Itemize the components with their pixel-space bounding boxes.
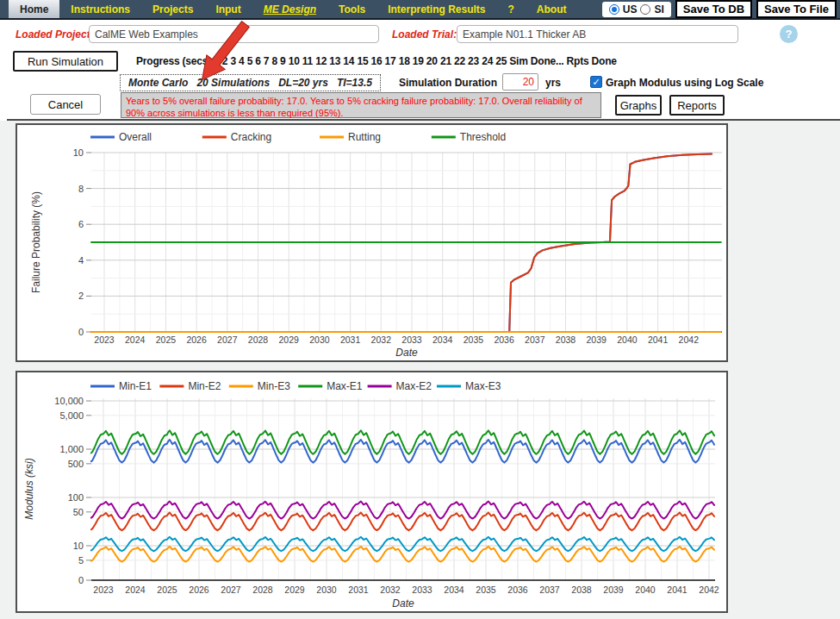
svg-text:10,000: 10,000 (54, 396, 84, 406)
svg-text:1,000: 1,000 (59, 444, 84, 454)
simulation-duration-input[interactable] (502, 73, 538, 91)
legend-item-Min-E1: Min-E1 (90, 380, 152, 392)
legend-item-Max-E2: Max-E2 (368, 380, 432, 392)
svg-text:2025: 2025 (156, 335, 177, 345)
cancel-button[interactable]: Cancel (30, 94, 101, 115)
svg-text:2035: 2035 (476, 585, 496, 595)
mc-design-life: DL=20 yrs (278, 77, 328, 89)
mc-simulations: 20 Simulations (196, 77, 270, 89)
log-scale-checkbox[interactable] (590, 76, 602, 88)
svg-text:2028: 2028 (248, 335, 269, 345)
tab-tools[interactable]: Tools (327, 0, 376, 18)
legend-item-Min-E3: Min-E3 (229, 380, 290, 392)
svg-text:2042: 2042 (699, 585, 719, 595)
loaded-trial-input[interactable] (457, 25, 738, 43)
graphs-button[interactable]: Graphs (615, 95, 662, 116)
top-navigation: Home Instructions Projects Input ME Desi… (0, 0, 840, 20)
svg-text:2026: 2026 (189, 585, 209, 595)
tab-interpreting-results[interactable]: Interpreting Results (376, 0, 496, 18)
monte-carlo-summary: Monte Carlo 20 Simulations DL=20 yrs TI=… (120, 74, 381, 91)
status-message: Years to 5% overall failure probability:… (121, 92, 601, 118)
svg-text:2038: 2038 (556, 335, 576, 345)
svg-text:Date: Date (395, 347, 418, 359)
app-window: Home Instructions Projects Input ME Desi… (0, 0, 840, 619)
svg-text:2032: 2032 (371, 335, 392, 345)
svg-text:10: 10 (73, 541, 84, 551)
svg-text:2029: 2029 (279, 335, 300, 345)
svg-text:2027: 2027 (217, 335, 238, 345)
svg-text:2030: 2030 (316, 585, 337, 595)
mc-traffic-index: TI=13.5 (337, 77, 372, 89)
svg-text:2037: 2037 (525, 335, 545, 345)
log-scale-checkbox-label: Graph Modulus using Log Scale (606, 77, 763, 89)
svg-text:2036: 2036 (507, 585, 528, 595)
svg-text:2029: 2029 (284, 585, 305, 595)
svg-text:6: 6 (78, 219, 84, 229)
svg-text:2042: 2042 (679, 335, 700, 345)
svg-text:Max-E2: Max-E2 (396, 380, 432, 392)
tab-projects[interactable]: Projects (141, 0, 204, 18)
progress-label: Progress (secs) (136, 55, 211, 67)
svg-text:2037: 2037 (539, 585, 560, 595)
us-radio-label: US (623, 3, 638, 16)
tab-input[interactable]: Input (204, 0, 252, 18)
loaded-project-label: Loaded Project: (16, 28, 94, 41)
legend-item-Threshold: Threshold (432, 131, 506, 143)
tab-home[interactable]: Home (9, 0, 59, 18)
legend-item-Max-E1: Max-E1 (298, 380, 363, 392)
svg-text:2033: 2033 (412, 585, 432, 595)
legend-item-Min-E2: Min-E2 (159, 380, 221, 392)
reports-button[interactable]: Reports (669, 95, 725, 116)
tab-about[interactable]: About (526, 0, 578, 18)
svg-text:2038: 2038 (571, 585, 592, 595)
us-radio[interactable] (609, 4, 619, 15)
svg-text:2034: 2034 (444, 585, 464, 595)
svg-text:2036: 2036 (494, 335, 514, 345)
help-icon[interactable]: ? (780, 25, 798, 43)
svg-text:2026: 2026 (186, 335, 207, 345)
loaded-project-input[interactable] (89, 25, 379, 43)
svg-text:2023: 2023 (93, 585, 114, 595)
svg-text:4: 4 (78, 255, 84, 266)
modulus-chart-panel: 2023202420252026202720282029203020312032… (16, 371, 728, 613)
svg-text:2023: 2023 (94, 335, 115, 345)
svg-text:8: 8 (78, 184, 84, 194)
svg-text:2031: 2031 (348, 585, 369, 595)
duration-unit-label: yrs (545, 77, 561, 89)
modulus-chart: 2023202420252026202720282029203020312032… (17, 372, 726, 611)
save-to-db-button[interactable]: Save To DB (675, 0, 752, 18)
svg-text:10: 10 (73, 147, 84, 158)
mc-mode: Monte Carlo (128, 77, 188, 89)
svg-text:500: 500 (68, 459, 84, 469)
svg-text:2024: 2024 (125, 585, 146, 595)
svg-text:0: 0 (78, 327, 84, 337)
si-radio-label: SI (654, 3, 663, 16)
nav-right-controls: US SI Save To DB Save To File (602, 0, 840, 18)
run-simulation-button[interactable]: Run Simulation (13, 51, 118, 72)
svg-text:2033: 2033 (401, 335, 422, 345)
tab-me-design[interactable]: ME Design (252, 0, 327, 18)
svg-text:0: 0 (78, 575, 84, 585)
legend-item-Cracking: Cracking (202, 131, 271, 143)
svg-text:2040: 2040 (635, 585, 656, 595)
svg-text:2035: 2035 (464, 335, 484, 345)
save-to-file-button[interactable]: Save To File (756, 0, 837, 18)
svg-text:Max-E1: Max-E1 (327, 380, 363, 392)
svg-text:5: 5 (78, 555, 84, 566)
svg-text:Threshold: Threshold (460, 131, 506, 143)
legend-item-Max-E3: Max-E3 (437, 380, 501, 392)
si-radio[interactable] (640, 4, 650, 15)
svg-text:2027: 2027 (221, 585, 241, 595)
svg-text:50: 50 (73, 507, 84, 517)
svg-text:Min-E1: Min-E1 (119, 380, 152, 392)
failure-probability-chart-panel: 2023202420252026202720282029203020312032… (16, 123, 728, 362)
svg-text:Min-E3: Min-E3 (258, 380, 290, 392)
svg-text:2039: 2039 (587, 335, 607, 345)
svg-text:Failure Probability (%): Failure Probability (%) (30, 191, 42, 293)
svg-text:2041: 2041 (648, 335, 669, 345)
svg-text:2041: 2041 (667, 585, 688, 595)
tab-help[interactable]: ? (497, 0, 526, 18)
tab-instructions[interactable]: Instructions (59, 0, 141, 18)
svg-text:5,000: 5,000 (59, 410, 84, 421)
failure-probability-chart: 2023202420252026202720282029203020312032… (17, 125, 726, 360)
